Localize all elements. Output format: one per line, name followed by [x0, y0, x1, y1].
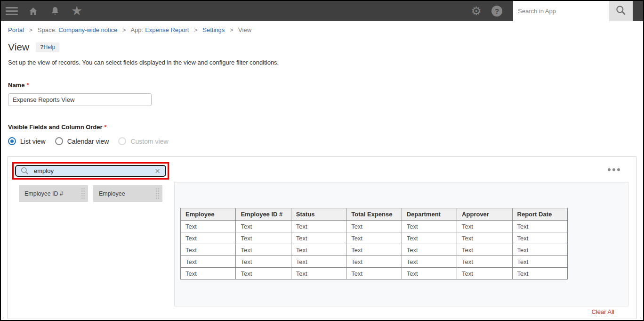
- search-in-app-input[interactable]: [513, 1, 609, 21]
- drag-handle-icon[interactable]: [155, 188, 160, 199]
- preview-table-cell: Text: [512, 244, 567, 256]
- preview-column-header: Employee ID #: [236, 208, 291, 221]
- breadcrumb-prefix-space: Space:: [38, 26, 56, 33]
- preview-table-cell: Text: [512, 232, 567, 244]
- preview-table-cell: Text: [291, 256, 346, 268]
- breadcrumb-separator: >: [230, 26, 233, 33]
- preview-table-row: TextTextTextTextTextTextText: [181, 232, 568, 244]
- breadcrumb-link-app[interactable]: Expense Report: [145, 26, 189, 33]
- clear-all-link[interactable]: Clear All: [592, 308, 614, 315]
- preview-column-header: Total Expense: [346, 208, 402, 221]
- preview-table-row: TextTextTextTextTextTextText: [181, 244, 568, 256]
- preview-table-cell: Text: [402, 221, 457, 232]
- preview-table-cell: Text: [402, 232, 457, 244]
- radio-button-icon[interactable]: [55, 137, 63, 145]
- search-button[interactable]: [609, 1, 633, 21]
- help-circle-icon[interactable]: ?: [491, 6, 502, 16]
- preview-table-cell: Text: [457, 268, 512, 280]
- fields-configuration-panel: × Employee ID # Employee EmployeeEmploye…: [8, 156, 636, 319]
- clear-search-icon[interactable]: ×: [154, 166, 161, 175]
- preview-table-cell: Text: [236, 221, 291, 232]
- preview-table-cell: Text: [346, 268, 402, 280]
- radio-calendar-view[interactable]: Calendar view: [55, 137, 109, 145]
- view-preview-area: EmployeeEmployee ID #StatusTotal Expense…: [174, 182, 628, 306]
- radio-list-view-label: List view: [20, 138, 46, 145]
- preview-table-cell: Text: [402, 268, 457, 280]
- breadcrumb-link-portal[interactable]: Portal: [8, 26, 24, 33]
- preview-table-row: TextTextTextTextTextTextText: [181, 256, 568, 268]
- preview-table-cell: Text: [236, 256, 291, 268]
- preview-table-cell: Text: [402, 256, 457, 268]
- preview-table-cell: Text: [457, 232, 512, 244]
- view-type-radio-group: List view Calendar view Custom view: [8, 137, 643, 145]
- radio-custom-view: Custom view: [118, 137, 168, 145]
- preview-table-cell: Text: [236, 244, 291, 256]
- breadcrumb: Portal > Space:Company-wide notice > App…: [8, 26, 643, 33]
- page-title: View: [8, 41, 29, 53]
- name-field-label: Name*: [8, 82, 643, 89]
- star-icon[interactable]: ★: [71, 5, 82, 17]
- breadcrumb-link-settings[interactable]: Settings: [202, 26, 225, 33]
- field-search-box[interactable]: ×: [15, 165, 166, 177]
- view-name-input[interactable]: [8, 93, 152, 106]
- required-asterisk: *: [105, 123, 107, 131]
- more-options-icon[interactable]: [608, 168, 620, 171]
- app-settings-page: ★ ⚙ ? Portal > Space:Company-wide notice…: [0, 0, 644, 321]
- bell-icon[interactable]: [49, 6, 61, 17]
- preview-column-header: Department: [402, 208, 457, 221]
- field-chip-employee[interactable]: Employee: [93, 185, 162, 202]
- radio-button-icon[interactable]: [8, 137, 16, 145]
- preview-table-cell: Text: [291, 268, 346, 280]
- preview-table-cell: Text: [181, 232, 236, 244]
- home-icon[interactable]: [27, 6, 39, 17]
- preview-table-cell: Text: [457, 244, 512, 256]
- breadcrumb-link-space[interactable]: Company-wide notice: [58, 26, 117, 33]
- preview-table-cell: Text: [346, 256, 402, 268]
- preview-table-cell: Text: [512, 256, 567, 268]
- drag-handle-icon[interactable]: [81, 188, 85, 199]
- breadcrumb-current-view: View: [238, 26, 251, 33]
- radio-calendar-view-label: Calendar view: [67, 138, 109, 145]
- top-navigation-bar: ★ ⚙ ?: [1, 1, 643, 21]
- preview-column-header: Employee: [181, 208, 236, 221]
- preview-table-cell: Text: [291, 244, 346, 256]
- preview-table-row: TextTextTextTextTextTextText: [181, 221, 568, 232]
- breadcrumb-separator: >: [194, 26, 198, 33]
- preview-table-cell: Text: [236, 232, 291, 244]
- field-chip-employee-id[interactable]: Employee ID #: [19, 185, 88, 202]
- preview-table-cell: Text: [346, 221, 402, 232]
- field-search-input[interactable]: [34, 167, 154, 174]
- preview-table-row: TextTextTextTextTextTextText: [181, 268, 568, 280]
- breadcrumb-separator: >: [29, 26, 33, 33]
- preview-column-header: Report Date: [512, 208, 567, 221]
- preview-table-cell: Text: [181, 256, 236, 268]
- hamburger-menu-icon[interactable]: [6, 7, 18, 15]
- preview-table-cell: Text: [457, 221, 512, 232]
- magnifier-icon: [20, 166, 29, 175]
- red-annotation-highlight: ×: [12, 162, 169, 180]
- radio-custom-view-label: Custom view: [130, 138, 168, 145]
- preview-table-cell: Text: [236, 268, 291, 280]
- page-description: Set up the view of records. You can sele…: [8, 59, 643, 66]
- preview-table-cell: Text: [291, 221, 346, 232]
- preview-column-header: Approver: [457, 208, 512, 221]
- preview-table-cell: Text: [181, 244, 236, 256]
- gear-icon[interactable]: ⚙: [471, 5, 482, 17]
- preview-table-cell: Text: [346, 244, 402, 256]
- help-link[interactable]: ?Help: [36, 42, 59, 52]
- radio-list-view[interactable]: List view: [8, 137, 46, 145]
- visible-fields-section-label: Visible Fields and Column Order*: [8, 123, 643, 131]
- preview-table-cell: Text: [181, 268, 236, 280]
- preview-table-cell: Text: [402, 244, 457, 256]
- preview-table-cell: Text: [346, 232, 402, 244]
- help-link-label: Help: [43, 44, 55, 50]
- preview-table-cell: Text: [457, 256, 512, 268]
- magnifier-icon: [615, 4, 627, 18]
- preview-table-cell: Text: [512, 268, 567, 280]
- field-chip-list: Employee ID # Employee: [19, 185, 162, 202]
- preview-table-cell: Text: [181, 221, 236, 232]
- field-chip-label: Employee ID #: [24, 190, 81, 197]
- preview-table: EmployeeEmployee ID #StatusTotal Expense…: [180, 208, 568, 280]
- preview-column-header: Status: [291, 208, 346, 221]
- breadcrumb-prefix-app: App:: [130, 26, 143, 33]
